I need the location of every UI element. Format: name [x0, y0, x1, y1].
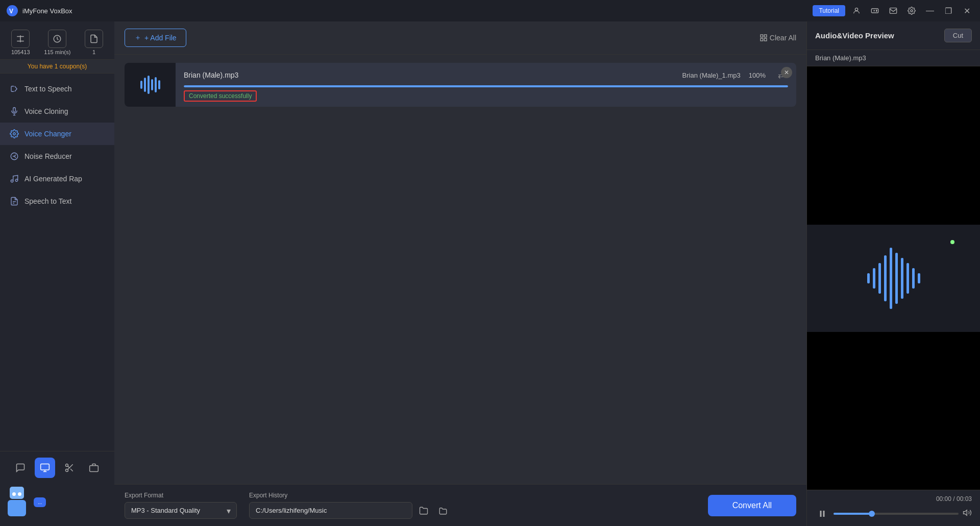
file-info: Brian (Male).mp3 Brian (Male)_1.mp3 100%…	[176, 63, 796, 107]
stat-files: 1	[85, 30, 103, 55]
minimize-button[interactable]: —	[923, 4, 937, 18]
sidebar-bottom	[0, 451, 114, 484]
open-folder-button[interactable]	[415, 503, 432, 519]
ai-rap-icon	[9, 174, 19, 184]
preview-filename: Brian (Male).mp3	[815, 54, 866, 62]
wave-bar	[144, 78, 146, 92]
progress-fill	[184, 85, 788, 87]
waveform-bar	[890, 248, 892, 309]
sidebar-item-label: Speech to Text	[24, 197, 71, 205]
gear-icon	[908, 7, 916, 15]
file-names-right: Brian (Male)_1.mp3 100% ⇄	[682, 68, 788, 82]
svg-rect-21	[90, 466, 99, 472]
export-path-input[interactable]	[249, 502, 412, 519]
export-bar: Export Format MP3 - Standard Quality Exp…	[114, 484, 806, 526]
volume-icon[interactable]	[963, 508, 972, 519]
game-icon-button[interactable]	[868, 4, 882, 18]
clear-all-button[interactable]: Clear All	[760, 34, 796, 42]
robot-mascot	[4, 487, 30, 517]
preview-filename-row: Brian (Male).mp3	[807, 50, 980, 66]
scissors-icon	[64, 463, 75, 473]
folder-browse-button[interactable]	[435, 503, 451, 519]
wave-bar	[151, 79, 153, 90]
progress-slider[interactable]	[834, 513, 959, 515]
file-thumbnail	[125, 63, 176, 107]
waveform-bar	[912, 268, 915, 289]
preview-panel: Audio&Video Preview Cut Brian (Male).mp3	[806, 21, 980, 526]
export-format-label: Export Format	[125, 492, 237, 499]
waveform-bar	[884, 255, 887, 301]
main-layout: 105413 115 min(s) 1 You have 1 coupon(s)	[0, 21, 980, 526]
add-file-label: + Add File	[144, 34, 177, 42]
clip-icon	[15, 463, 26, 473]
wave-bar	[140, 81, 142, 89]
sidebar-item-ai-generated-rap[interactable]: AI Generated Rap	[0, 168, 114, 190]
sidebar: 105413 115 min(s) 1 You have 1 coupon(s)	[0, 21, 114, 526]
sidebar-item-speech-to-text[interactable]: Speech to Text	[0, 190, 114, 212]
preview-top-black	[807, 66, 980, 225]
file-percent: 100%	[749, 71, 766, 79]
stat-chars: 105413	[11, 30, 30, 55]
sidebar-item-voice-changer[interactable]: Voice Changer	[0, 123, 114, 145]
wave-bar	[155, 77, 157, 92]
svg-rect-9	[13, 108, 16, 112]
preview-header: Audio&Video Preview Cut	[807, 21, 980, 50]
sidebar-item-text-to-speech[interactable]: Text to Speech	[0, 78, 114, 100]
files-value: 1	[92, 49, 95, 55]
coupon-text: You have 1 coupon(s)	[28, 63, 87, 70]
cut-button[interactable]: Cut	[944, 29, 972, 42]
tutorial-button[interactable]: Tutorial	[813, 5, 845, 16]
preview-bottom-black	[807, 332, 980, 490]
svg-rect-25	[764, 38, 767, 41]
screen-button[interactable]	[35, 458, 55, 478]
close-button[interactable]: ✕	[960, 4, 974, 18]
settings-icon-button[interactable]	[904, 4, 919, 18]
user-icon-button[interactable]	[849, 4, 864, 18]
speech-bubble: ...	[34, 497, 46, 507]
svg-point-19	[66, 464, 68, 467]
svg-point-5	[876, 11, 877, 11]
preview-progress	[815, 507, 972, 521]
content-area: ＋ + Add File Clear All	[114, 21, 806, 526]
mail-icon-button[interactable]	[886, 4, 900, 18]
svg-rect-24	[761, 38, 763, 41]
titlebar: V iMyFone VoxBox Tutorial — ❐ ✕	[0, 0, 980, 21]
content-header: ＋ + Add File Clear All	[114, 21, 806, 55]
folder-icon	[438, 506, 448, 515]
voice-changer-icon	[9, 129, 19, 139]
progress-thumb[interactable]	[869, 511, 875, 517]
format-select-wrapper: MP3 - Standard Quality	[125, 502, 237, 519]
convert-all-button[interactable]: Convert All	[708, 495, 796, 516]
svg-rect-26	[820, 511, 822, 517]
add-file-button[interactable]: ＋ + Add File	[125, 29, 186, 47]
sidebar-stats: 105413 115 min(s) 1	[0, 21, 114, 60]
sidebar-item-voice-cloning[interactable]: Voice Cloning	[0, 100, 114, 123]
svg-marker-28	[964, 510, 967, 516]
minutes-value: 115 min(s)	[44, 49, 70, 55]
speech-to-text-icon	[9, 196, 19, 206]
file-row: Brian (Male).mp3 Brian (Male)_1.mp3 100%…	[125, 63, 796, 107]
export-format-select[interactable]: MP3 - Standard Quality	[125, 502, 237, 519]
maximize-button[interactable]: ❐	[941, 4, 955, 18]
file-list: Brian (Male).mp3 Brian (Male)_1.mp3 100%…	[114, 55, 806, 484]
svg-point-20	[66, 469, 68, 472]
sidebar-item-noise-reducer[interactable]: Noise Reducer	[0, 145, 114, 168]
files-icon	[85, 30, 103, 48]
glow-dot	[950, 240, 954, 244]
volume-speaker-icon	[963, 508, 972, 517]
stat-minutes: 115 min(s)	[44, 30, 70, 55]
briefcase-button[interactable]	[84, 458, 104, 478]
pause-button[interactable]	[815, 507, 829, 521]
preview-time: 00:00 / 00:03	[815, 495, 972, 503]
progress-bar	[184, 85, 788, 87]
scissors-button[interactable]	[59, 458, 80, 478]
svg-rect-27	[823, 511, 825, 517]
waveform-bar	[895, 253, 898, 304]
sidebar-item-label: AI Generated Rap	[24, 175, 82, 183]
clip-button[interactable]	[10, 458, 31, 478]
sidebar-nav: Text to Speech Voice Cloning Voice Chang…	[0, 74, 114, 451]
close-file-button[interactable]: ✕	[781, 67, 792, 78]
export-path-wrapper	[249, 502, 451, 519]
app-title: iMyFone VoxBox	[22, 7, 813, 15]
coupon-bar: You have 1 coupon(s)	[0, 60, 114, 74]
